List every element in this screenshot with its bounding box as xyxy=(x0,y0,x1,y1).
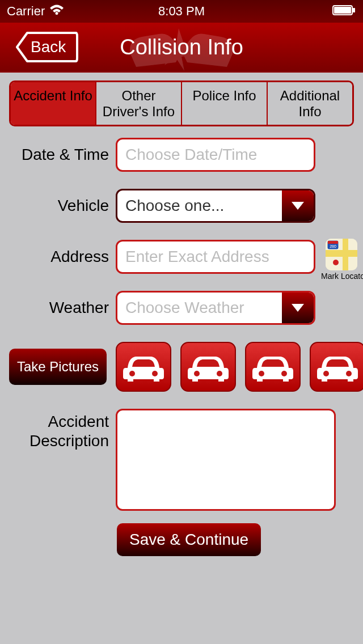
mark-locator-label: Mark Locator xyxy=(321,272,362,281)
datetime-input[interactable] xyxy=(116,138,315,172)
page-title: Collision Info xyxy=(120,35,243,60)
svg-rect-2 xyxy=(334,7,351,14)
chevron-down-icon xyxy=(282,293,314,323)
svg-point-17 xyxy=(217,371,222,376)
svg-point-14 xyxy=(129,371,135,376)
take-pictures-label: Take Pictures xyxy=(17,359,99,375)
label-weather: Weather xyxy=(9,299,116,317)
svg-text:280: 280 xyxy=(330,244,336,248)
svg-marker-4 xyxy=(292,202,304,210)
nav-bar: Back Collision Info xyxy=(0,23,363,73)
picture-slot[interactable] xyxy=(180,342,236,392)
car-icon xyxy=(316,351,359,383)
row-address: Address 280 Mark Locator xyxy=(9,240,354,274)
row-datetime: Date & Time xyxy=(9,138,354,172)
save-button-label: Save & Continue xyxy=(129,531,248,548)
wifi-icon xyxy=(49,4,64,19)
tab-label: Police Info xyxy=(184,88,264,104)
svg-point-21 xyxy=(346,371,352,376)
svg-point-15 xyxy=(152,371,158,376)
description-textarea[interactable] xyxy=(116,409,336,511)
tab-other-driver[interactable]: Other Driver's Info xyxy=(96,82,182,125)
svg-marker-13 xyxy=(292,304,304,312)
save-row: Save & Continue xyxy=(0,523,363,556)
save-continue-button[interactable]: Save & Continue xyxy=(117,523,261,556)
svg-rect-9 xyxy=(328,241,338,244)
address-input[interactable] xyxy=(116,240,315,274)
weather-selected-text: Choose Weather xyxy=(125,299,280,317)
status-left: Carrier xyxy=(7,4,64,19)
svg-rect-1 xyxy=(353,8,355,12)
tab-accident-info[interactable]: Accident Info xyxy=(11,82,96,125)
mark-locator-button[interactable]: 280 Mark Locator xyxy=(321,239,362,281)
svg-point-20 xyxy=(323,371,329,376)
map-icon: 280 xyxy=(326,239,357,270)
svg-rect-7 xyxy=(343,239,348,270)
vehicle-select[interactable]: Choose one... xyxy=(116,189,315,223)
take-pictures-button[interactable]: Take Pictures xyxy=(9,349,107,385)
tab-label: Accident Info xyxy=(13,88,93,104)
tab-label: Additional Info xyxy=(270,88,350,119)
svg-point-16 xyxy=(194,371,200,376)
svg-point-12 xyxy=(333,260,339,265)
tab-bar: Accident Info Other Driver's Info Police… xyxy=(9,80,354,126)
weather-select[interactable]: Choose Weather xyxy=(116,291,315,325)
svg-point-19 xyxy=(281,371,287,376)
label-line: Accident xyxy=(48,413,109,430)
label-address: Address xyxy=(9,248,116,266)
tab-police[interactable]: Police Info xyxy=(182,82,268,125)
picture-slot[interactable] xyxy=(116,342,171,392)
carrier-label: Carrier xyxy=(7,4,45,19)
label-datetime: Date & Time xyxy=(9,146,116,164)
back-label: Back xyxy=(16,38,74,56)
back-button[interactable]: Back xyxy=(16,32,74,62)
svg-point-18 xyxy=(259,371,264,376)
car-icon xyxy=(251,351,294,383)
tab-additional[interactable]: Additional Info xyxy=(268,82,352,125)
row-weather: Weather Choose Weather xyxy=(9,291,354,325)
chevron-down-icon xyxy=(282,190,314,221)
tab-label: Other Driver's Info xyxy=(99,88,179,119)
svg-rect-6 xyxy=(326,250,357,257)
vehicle-selected-text: Choose one... xyxy=(125,197,280,215)
row-description: Accident Description xyxy=(9,409,354,511)
car-icon xyxy=(187,351,230,383)
picture-slot[interactable] xyxy=(310,342,363,392)
picture-slot[interactable] xyxy=(245,342,301,392)
row-vehicle: Vehicle Choose one... xyxy=(9,189,354,223)
car-icon xyxy=(122,351,165,383)
label-description: Accident Description xyxy=(9,409,116,450)
pictures-row: Take Pictures xyxy=(9,342,354,392)
battery-icon xyxy=(332,4,356,19)
label-line: Description xyxy=(29,432,109,450)
accident-form: Date & Time Vehicle Choose one... Addres… xyxy=(0,126,363,325)
label-vehicle: Vehicle xyxy=(9,197,116,215)
